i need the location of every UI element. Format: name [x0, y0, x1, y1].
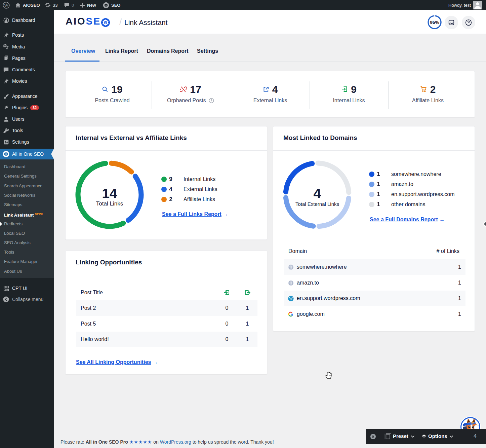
svg-text:95%: 95%: [430, 20, 439, 25]
svg-text:W: W: [289, 296, 293, 300]
svg-text:W: W: [4, 2, 8, 7]
